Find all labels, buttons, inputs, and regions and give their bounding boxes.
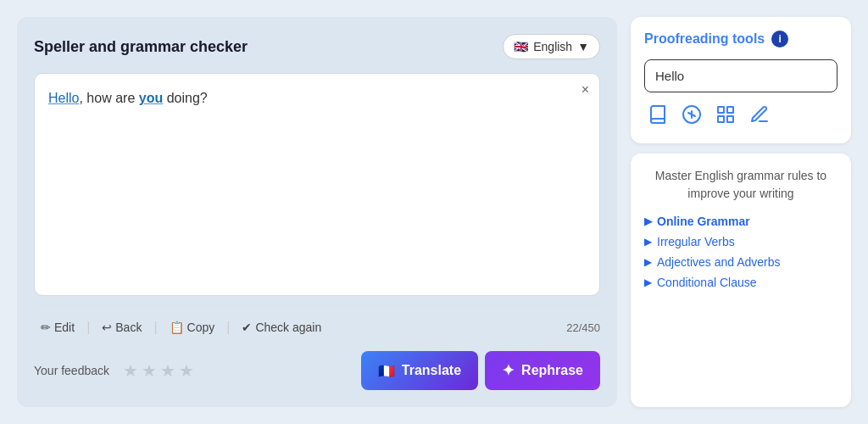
back-arrow-icon: ↩ [102, 321, 112, 334]
text-area-container: × Hello, how are you doing? [34, 73, 600, 296]
edit-pen-icon: ✏ [41, 321, 51, 334]
copy-button[interactable]: 📋 Copy [163, 317, 222, 338]
edit-button[interactable]: ✏ Edit [34, 317, 81, 338]
text-plain-2: doing? [163, 91, 208, 105]
translate-label: Translate [402, 363, 461, 378]
word-hello[interactable]: Hello [48, 91, 79, 105]
grammar-link-label-3: Adjectives and Adverbs [657, 255, 781, 269]
copy-doc-icon: 📋 [170, 321, 184, 334]
tool-icons [644, 104, 837, 130]
rephrase-sparkle-icon: ✦ [502, 361, 515, 380]
book-icon[interactable] [648, 104, 668, 130]
language-selector[interactable]: 🇬🇧 English ▼ [503, 34, 600, 59]
svg-rect-6 [727, 116, 733, 122]
grid-icon[interactable] [715, 104, 736, 130]
grammar-link-label-1: Online Grammar [657, 215, 750, 228]
flag-fr-icon: 🇫🇷 [378, 363, 395, 379]
chevron-down-icon: ▼ [577, 40, 589, 53]
star-3[interactable]: ★ [160, 360, 175, 381]
check-again-button[interactable]: ✔ Check again [235, 317, 328, 338]
svg-rect-5 [718, 116, 724, 122]
left-panel: Speller and grammar checker 🇬🇧 English ▼… [17, 17, 617, 407]
feedback-row: Your feedback ★ ★ ★ ★ 🇫🇷 Translate ✦ Rep… [34, 351, 600, 390]
chevron-right-icon-3: ▶ [644, 256, 652, 268]
text-plain-1: , how are [79, 91, 138, 105]
close-button[interactable]: × [581, 82, 589, 98]
grammar-link-adjectives-adverbs[interactable]: ▶ Adjectives and Adverbs [644, 255, 837, 269]
grammar-description: Master English grammar rules to improve … [644, 167, 837, 203]
separator-2: | [153, 320, 157, 335]
grammar-link-irregular-verbs[interactable]: ▶ Irregular Verbs [644, 235, 837, 248]
toolbar: ✏ Edit | ↩ Back | 📋 Copy | ✔ Check again… [34, 310, 600, 338]
word-you[interactable]: you [139, 91, 163, 105]
check-again-label: Check again [255, 321, 321, 334]
grammar-card: Master English grammar rules to improve … [631, 153, 851, 407]
search-input[interactable] [644, 59, 837, 92]
grammar-link-conditional-clause[interactable]: ▶ Conditional Clause [644, 276, 837, 289]
flag-uk-icon: 🇬🇧 [514, 40, 528, 53]
text-content: Hello, how are you doing? [48, 87, 586, 109]
char-count: 22/450 [566, 321, 600, 334]
star-2[interactable]: ★ [142, 360, 157, 381]
check-mark-icon: ✔ [242, 321, 252, 334]
chevron-right-icon-1: ▶ [644, 215, 652, 227]
feedback-label: Your feedback [34, 364, 109, 377]
star-1[interactable]: ★ [123, 360, 138, 381]
proofreading-title: Proofreading tools [644, 31, 765, 47]
grammar-link-label-2: Irregular Verbs [657, 235, 735, 248]
translate-button[interactable]: 🇫🇷 Translate [361, 351, 478, 390]
back-button[interactable]: ↩ Back [95, 317, 148, 338]
back-label: Back [115, 321, 142, 334]
chevron-right-icon-4: ▶ [644, 276, 652, 288]
copy-label: Copy [187, 321, 215, 334]
action-buttons: 🇫🇷 Translate ✦ Rephrase [361, 351, 600, 390]
chevron-right-icon-2: ▶ [644, 236, 652, 248]
separator-1: | [86, 320, 90, 335]
grammar-link-label-4: Conditional Clause [657, 276, 757, 289]
edit-label: Edit [54, 321, 75, 334]
star-rating: ★ ★ ★ ★ [123, 360, 194, 381]
info-icon[interactable]: i [771, 31, 788, 47]
svg-rect-4 [727, 107, 733, 113]
proofreading-card: Proofreading tools i [631, 17, 851, 143]
svg-rect-3 [718, 107, 724, 113]
handwriting-icon[interactable] [749, 104, 770, 130]
proofreading-header: Proofreading tools i [644, 31, 837, 47]
rephrase-button[interactable]: ✦ Rephrase [485, 351, 600, 390]
grammar-links: ▶ Online Grammar ▶ Irregular Verbs ▶ Adj… [644, 215, 837, 289]
grammar-link-online-grammar[interactable]: ▶ Online Grammar [644, 215, 837, 228]
language-label: English [533, 40, 572, 53]
main-container: Speller and grammar checker 🇬🇧 English ▼… [0, 0, 868, 424]
dollar-circle-icon[interactable] [682, 104, 702, 130]
right-panel: Proofreading tools i [631, 17, 851, 407]
left-header: Speller and grammar checker 🇬🇧 English ▼ [34, 34, 600, 59]
star-4[interactable]: ★ [179, 360, 194, 381]
separator-3: | [226, 320, 230, 335]
rephrase-label: Rephrase [521, 363, 583, 378]
page-title: Speller and grammar checker [34, 38, 248, 56]
